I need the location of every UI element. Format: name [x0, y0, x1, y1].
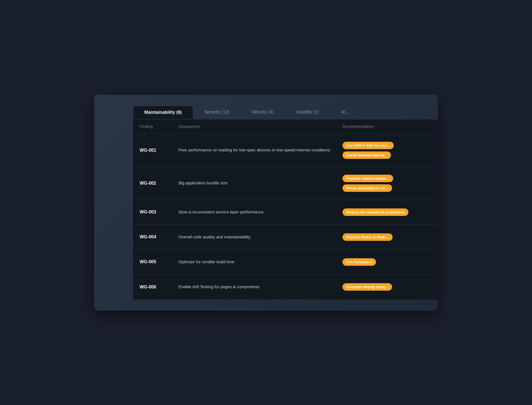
recommendations-container: Use SSR & SSG for con...Cache fetched da… [342, 142, 431, 159]
tab-security[interactable]: Security (12) [193, 106, 241, 119]
assessment-text: Poor performance on loading for low-spec… [178, 147, 342, 153]
assessment-text: Big application bundle size [178, 180, 342, 186]
recommendation-badge[interactable]: Reduce the amount of projections [342, 208, 408, 216]
tab-all[interactable]: Al... [330, 106, 360, 119]
tabs-bar: Maintainability (6)Security (12)Velocity… [133, 106, 438, 119]
recommendation-badge[interactable]: Prune redundant or un... [342, 184, 392, 192]
header-assessment: Assessment [178, 124, 342, 129]
table-row: WG-005Optimize for smaller build timeUse… [133, 250, 438, 275]
table-header: Finding Assessment Recommendation [133, 119, 438, 134]
assessment-text: Slow & inconsistent service layer perfor… [178, 209, 342, 215]
recommendations-container: Use Turbopack [342, 258, 431, 266]
recommendations-container: Replace Redux & Redu... [342, 233, 431, 241]
table-wrapper: Finding Assessment Recommendation WG-001… [133, 119, 438, 300]
assessment-text: Optimize for smaller build time [178, 259, 342, 265]
table-row: WG-001Poor performance on loading for lo… [133, 134, 438, 167]
recommendation-badge[interactable]: Replace Redux & Redu... [342, 233, 393, 241]
recommendation-badge[interactable]: Use SSR & SSG for con... [342, 142, 394, 149]
finding-id: WG-004 [140, 234, 178, 239]
finding-id: WG-003 [140, 210, 178, 215]
recommendation-badge[interactable]: Consider adding Goog... [342, 283, 392, 291]
table-row: WG-002Big application bundle sizeReplace… [133, 167, 438, 200]
assessment-text: Overall code quality and maintainability [178, 234, 342, 240]
finding-id: WG-005 [140, 259, 178, 264]
recommendations-container: Replace custom webpa...Prune redundant o… [342, 175, 431, 192]
recommendations-container: Reduce the amount of projections [342, 208, 431, 216]
tab-velocity[interactable]: Velocity (4) [241, 106, 285, 119]
app-container: Maintainability (6)Security (12)Velocity… [94, 95, 438, 311]
tab-usability[interactable]: Usability (2) [285, 106, 330, 119]
table-row: WG-004Overall code quality and maintaina… [133, 225, 438, 250]
recommendation-badge[interactable]: Replace custom webpa... [342, 175, 393, 182]
tab-maintainability[interactable]: Maintainability (6) [133, 106, 193, 119]
finding-id: WG-001 [140, 148, 178, 153]
table-row: WG-003Slow & inconsistent service layer … [133, 200, 438, 225]
header-recommendation: Recommendation [342, 124, 431, 129]
recommendations-container: Consider adding Goog... [342, 283, 431, 291]
finding-id: WG-006 [140, 285, 178, 290]
recommendation-badge[interactable]: Cache fetched data wi... [342, 151, 391, 159]
finding-id: WG-002 [140, 181, 178, 186]
table-row: WG-006Enable A/B Testing for pages & com… [133, 275, 438, 300]
recommendation-badge[interactable]: Use Turbopack [342, 258, 376, 266]
header-finding: Finding [140, 124, 178, 129]
assessment-text: Enable A/B Testing for pages & component… [178, 284, 342, 290]
